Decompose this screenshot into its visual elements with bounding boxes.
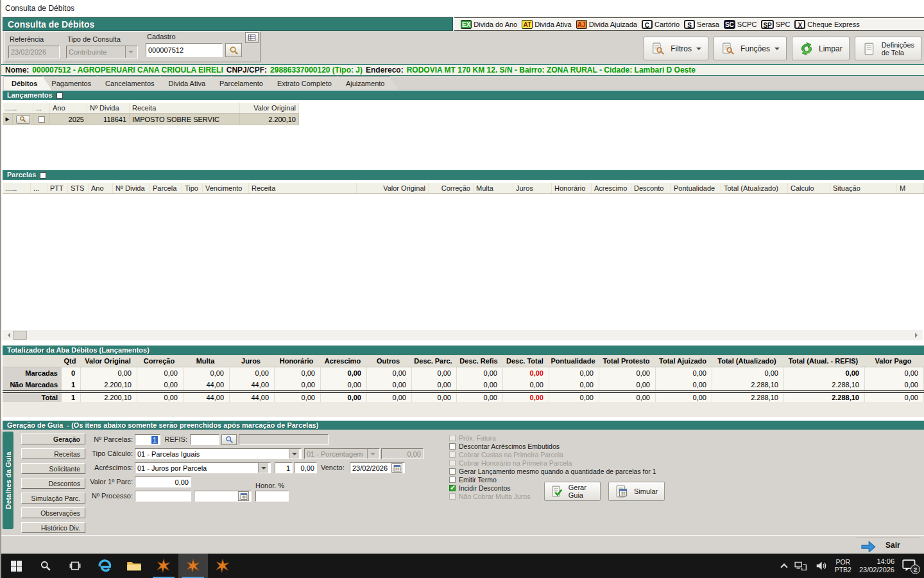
tray-expand-icon[interactable]	[780, 563, 787, 570]
nav-receitas-button[interactable]: Receitas	[21, 448, 85, 459]
screen-settings-icon	[862, 42, 877, 56]
row-receita: IMPOSTO SOBRE SERVIC	[130, 114, 240, 125]
refis-label: REFIS:	[162, 435, 187, 443]
referencia-field[interactable]: 23/02/2026	[8, 46, 60, 58]
speaker-icon[interactable]	[815, 560, 827, 572]
badge-s: S	[684, 20, 695, 29]
row-detail-search-button[interactable]	[16, 115, 30, 124]
tab-parcelamento[interactable]: Parcelamento	[212, 76, 277, 90]
nav-geracao-button[interactable]: Geração	[21, 434, 85, 444]
nav-simulacao-parc-button[interactable]: Simulação Parc.	[21, 493, 85, 504]
taskbar-app-2-button[interactable]	[178, 554, 208, 578]
cadastro-input[interactable]: 000007512	[146, 43, 223, 57]
tab-pagamentos[interactable]: Pagamentos	[44, 76, 105, 90]
tab-extrato-completo[interactable]: Extrato Completo	[270, 76, 346, 90]
notification-badge: 2	[911, 565, 920, 574]
totalizador-row-marcadas: Marcadas 0 0,00 0,00 0,00 0,00 0,00 0,00…	[3, 367, 924, 379]
lancamento-row[interactable]: 2025 118641 IMPOSTO SOBRE SERVIC 2.200,1…	[3, 114, 299, 125]
acrescimos-select[interactable]: 01 - Juros por Parcela	[135, 462, 271, 473]
tipo-calculo-select[interactable]: 01 - Parcelas Iguais	[135, 448, 302, 459]
clock[interactable]: 14:0623/02/2026	[859, 557, 894, 574]
refis-input[interactable]	[190, 434, 219, 445]
simular-button[interactable]: Simular	[608, 482, 665, 501]
referencia-label: Referência	[10, 35, 44, 43]
status-legend: EXDivida do Ano ATDivida Ativa AJDivida …	[454, 17, 924, 31]
tipo-consulta-select[interactable]: Contribuinte	[66, 46, 138, 58]
n-parcelas-input[interactable]: 1	[135, 434, 160, 445]
checkbox-descontar-acrescimos[interactable]: Descontar Acréscimos Embutidos	[449, 442, 560, 450]
acrescimos-amount-input[interactable]: 0,00	[294, 462, 317, 473]
checkbox-cobrar-custas[interactable]: Cobrar Custas na Primeira Parcela	[449, 451, 563, 459]
limpar-button[interactable]: Limpar	[792, 37, 850, 60]
scroll-right-icon[interactable]	[912, 330, 923, 340]
footer-bar: Sair	[1, 535, 924, 554]
valor-1-parc-label: Valor 1º Parc:	[87, 478, 133, 486]
honor-percent-input[interactable]	[255, 491, 289, 502]
nav-historico-div-button[interactable]: Histórico Div.	[21, 522, 85, 533]
legend-item-spc: SPSPC	[761, 20, 790, 29]
definicoes-tela-button[interactable]: Definiçõesde Tela	[855, 37, 921, 60]
app-burst-icon	[186, 559, 200, 573]
start-button[interactable]	[1, 554, 31, 578]
checkbox-prox-fatura[interactable]: Próx. Fatura	[449, 434, 496, 442]
windows-logo-icon	[11, 561, 22, 572]
clear-icon	[799, 42, 814, 56]
query-fields-group: Referência 23/02/2026 Tipo de Consulta C…	[4, 31, 261, 62]
taskbar-app-1-button[interactable]	[149, 554, 178, 578]
lancamentos-section-bar: Lançamentos	[3, 91, 924, 100]
chevron-down-icon	[774, 48, 780, 53]
nav-solicitante-button[interactable]: Solicitante	[21, 463, 85, 474]
checkbox-emitir-termo[interactable]: Emitir Termo	[449, 476, 497, 484]
valor-1-parc-input[interactable]: 0,00	[135, 477, 191, 487]
horizontal-scrollbar[interactable]	[3, 330, 923, 340]
tab-ajuizamento[interactable]: Ajuizamento	[338, 76, 399, 90]
funcoes-button[interactable]: Funções	[714, 37, 787, 60]
tab-divida-ativa[interactable]: Divida Ativa	[161, 76, 219, 90]
checkbox-nao-cobrar-multa[interactable]: Não Cobrar Multa Juros	[449, 493, 530, 500]
exit-arrow-icon	[860, 539, 877, 552]
taskbar-ie-button[interactable]	[90, 554, 119, 578]
filtros-button[interactable]: Filtros	[644, 37, 708, 60]
generate-check-icon	[550, 484, 564, 498]
parcelas-select-all-checkbox[interactable]	[40, 172, 46, 179]
detalhes-da-guia-tab[interactable]: Detalhes da Guia	[3, 432, 13, 529]
scrollbar-thumb[interactable]	[13, 331, 27, 340]
task-view-button[interactable]	[60, 554, 90, 578]
window-titlebar: Consulta de Débitos	[1, 0, 924, 17]
checkbox-cobrar-honorario[interactable]: Cobrar Honorário na Primeira Parcela	[449, 459, 572, 467]
chevron-down-icon	[696, 48, 701, 53]
porcentagem-amount-field: 0,00	[381, 448, 424, 459]
task-view-icon	[69, 560, 81, 572]
checkbox-gerar-lancamento[interactable]: Gerar Lançamento mesmo quando a quantida…	[449, 468, 656, 475]
scroll-left-icon[interactable]	[3, 330, 13, 340]
taskbar-app-3-button[interactable]	[208, 554, 237, 578]
badge-sp: SP	[761, 20, 773, 29]
row-select-checkbox[interactable]	[38, 116, 45, 123]
geracao-guia-panel: Detalhes da Guia Geração Receitas Solici…	[1, 430, 924, 535]
network-icon[interactable]	[794, 560, 807, 572]
language-indicator[interactable]: PORPTB2	[835, 558, 851, 574]
n-processo-date-input[interactable]	[194, 491, 252, 502]
internet-explorer-icon	[97, 558, 112, 574]
nav-descontos-button[interactable]: Descontos	[21, 478, 85, 489]
acrescimos-n-input[interactable]: 1	[275, 462, 293, 473]
cadastro-search-button[interactable]	[225, 43, 242, 57]
refis-search-button[interactable]	[221, 434, 237, 445]
badge-x: X	[794, 20, 805, 29]
nav-observacoes-button[interactable]: Observações	[21, 507, 85, 518]
taskbar-explorer-button[interactable]	[119, 554, 149, 578]
n-processo-input[interactable]	[135, 491, 191, 502]
chevron-down-icon	[367, 449, 377, 459]
grid-view-icon[interactable]	[245, 32, 259, 43]
lancamentos-select-all-checkbox[interactable]	[56, 92, 63, 99]
tab-cancelamentos[interactable]: Cancelamentos	[98, 76, 168, 90]
taskbar-search-button[interactable]	[31, 554, 60, 578]
gerar-guia-button[interactable]: Gerar Guia	[544, 482, 601, 501]
calendar-icon[interactable]	[391, 463, 402, 473]
calculator-icon[interactable]	[238, 491, 249, 501]
notification-center-button[interactable]: 2	[902, 559, 918, 573]
checkbox-incidir-descontos[interactable]: Incidir Descontos	[449, 484, 511, 492]
sair-button[interactable]: Sair	[856, 538, 920, 552]
legend-item-scpc: SCSCPC	[724, 20, 757, 29]
vencto-date-input[interactable]: 23/02/2026	[350, 462, 405, 473]
